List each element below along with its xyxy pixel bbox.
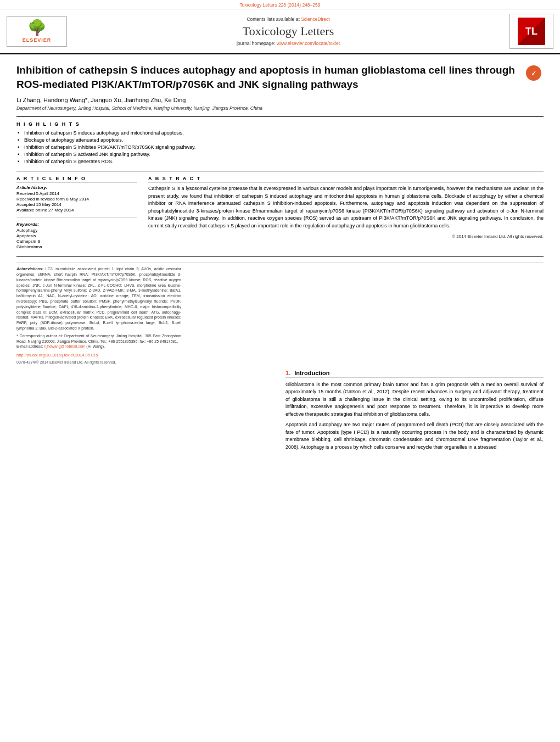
abstract-col: A B S T R A C T Cathepsin S is a lysosom… [148, 176, 544, 250]
abstract-body: Cathepsin S is a lysosomal cysteine prot… [148, 185, 544, 230]
article-history: Article history: Received 5 April 2014 R… [16, 185, 137, 213]
footnotes-section: Abbreviations: LC3, microtubule associat… [16, 263, 544, 365]
keyword-1: Autophagy [16, 228, 137, 233]
svg-text:✓: ✓ [531, 70, 536, 77]
journal-title: Toxicology Letters [76, 24, 501, 38]
article-content: Inhibition of cathepsin S induces autoph… [0, 54, 560, 365]
keyword-3: Cathepsin S [16, 239, 137, 244]
tree-icon: 🌳 [27, 20, 47, 36]
article-title: Inhibition of cathepsin S induces autoph… [16, 63, 518, 91]
received-date: Received 5 April 2014 [16, 191, 137, 196]
contents-line: Contents lists available at ScienceDirec… [76, 16, 501, 22]
highlight-item: Inhibition of cathepsin S generates ROS. [16, 159, 544, 164]
intro-col-right: 1. Introduction Glioblastoma is the most… [285, 370, 544, 455]
copyright-line: © 2014 Elsevier Ireland Ltd. All rights … [148, 234, 544, 239]
info-abstract-section: A R T I C L E I N F O Article history: R… [16, 176, 544, 250]
received-revised-date: Received in revised form 8 May 2014 [16, 197, 137, 202]
authors-line: Li Zhang, Handong Wang*, Jianguo Xu, Jia… [16, 97, 544, 103]
footnote-left-col: Abbreviations: LC3, microtubule associat… [16, 266, 181, 365]
divider-history-keywords [16, 217, 137, 217]
accepted-date: Accepted 15 May 2014 [16, 202, 137, 207]
journal-right-logo: TL [509, 14, 553, 49]
journal-header: 🌳 ELSEVIER Contents lists available at S… [0, 9, 560, 54]
journal-center: Contents lists available at ScienceDirec… [67, 16, 509, 46]
intro-body: Glioblastoma is the most common primary … [285, 381, 544, 451]
highlight-item: Inhibition of cathepsin S activated JNK … [16, 152, 544, 157]
intro-title: Introduction [294, 370, 329, 376]
abbreviations-text: LC3, microtubule associated protein 1 li… [16, 267, 181, 330]
crossmark-icon: ✓ [525, 64, 542, 82]
highlights-section: H I G H L I G H T S Inhibition of cathep… [16, 121, 544, 164]
introduction-section: 1. Introduction Glioblastoma is the most… [0, 370, 560, 455]
highlight-item: Blockage of autophagy attenuated apoptos… [16, 137, 544, 143]
intro-number: 1. [285, 370, 290, 376]
affiliation-line: Department of Neurosurgery, Jinling Hosp… [16, 105, 544, 111]
elsevier-logo: 🌳 ELSEVIER [7, 16, 67, 47]
intro-heading: 1. Introduction [285, 370, 544, 378]
sciencedirect-link[interactable]: ScienceDirect [301, 16, 329, 22]
divider-bottom [16, 256, 544, 257]
corresponding-label: * Corresponding author at: [16, 334, 63, 338]
homepage-line: journal homepage: www.elsevier.com/locat… [76, 41, 501, 46]
article-info-label: A R T I C L E I N F O [16, 176, 137, 183]
tl-logo-icon: TL [518, 18, 545, 45]
corresponding-block: * Corresponding author at: Department of… [16, 333, 181, 344]
elsevier-brand: ELSEVIER [23, 37, 52, 43]
available-online-date: Available online 27 May 2014 [16, 208, 137, 213]
email-suffix: (H. Wang). [86, 344, 105, 348]
history-label: Article history: [16, 185, 137, 190]
issn-line: 0378-4274/© 2014 Elsevier Ireland Ltd. A… [16, 360, 181, 365]
footnote-right-col [187, 266, 544, 365]
divider-info [16, 171, 544, 171]
abstract-label: A B S T R A C T [148, 176, 544, 183]
keyword-4: Glioblastoma [16, 244, 137, 249]
abbreviations-label: Abbreviations: [16, 267, 43, 271]
citation-text: Toxicology Letters 228 (2014) 248–259 [240, 2, 321, 8]
highlights-list: Inhibition of cathepsin S induces autoph… [16, 130, 544, 164]
intro-paragraph-2: Apoptosis and autophagy are two major ro… [285, 421, 544, 451]
intro-two-col: 1. Introduction Glioblastoma is the most… [16, 370, 544, 455]
doi-line[interactable]: http://dx.doi.org/10.1016/j.toxlet.2014.… [16, 353, 181, 359]
crossmark-container: ✓ [524, 63, 544, 83]
intro-col-left [16, 370, 275, 455]
abbreviations-block: Abbreviations: LC3, microtubule associat… [16, 266, 181, 365]
keywords-label: Keywords: [16, 222, 137, 227]
email-label: E-mail address: [16, 344, 43, 348]
highlight-item: Inhibition of cathepsin S inhibites PI3K… [16, 144, 544, 150]
keywords-section: Keywords: Autophagy Apoptosis Cathepsin … [16, 222, 137, 249]
citation-bar: Toxicology Letters 228 (2014) 248–259 [0, 0, 560, 9]
highlights-label: H I G H L I G H T S [16, 121, 544, 127]
email-block: E-mail address: njhdwang@hotmail.com (H.… [16, 344, 181, 349]
highlight-item: Inhibition of cathepsin S induces autoph… [16, 130, 544, 136]
keyword-2: Apoptosis [16, 233, 137, 238]
intro-paragraph-1: Glioblastoma is the most common primary … [285, 381, 544, 419]
divider-top [16, 116, 544, 117]
article-title-section: Inhibition of cathepsin S induces autoph… [16, 63, 544, 91]
article-info-col: A R T I C L E I N F O Article history: R… [16, 176, 137, 250]
email-link[interactable]: njhdwang@hotmail.com [44, 344, 86, 348]
homepage-url[interactable]: www.elsevier.com/locate/toxlet [277, 41, 340, 46]
